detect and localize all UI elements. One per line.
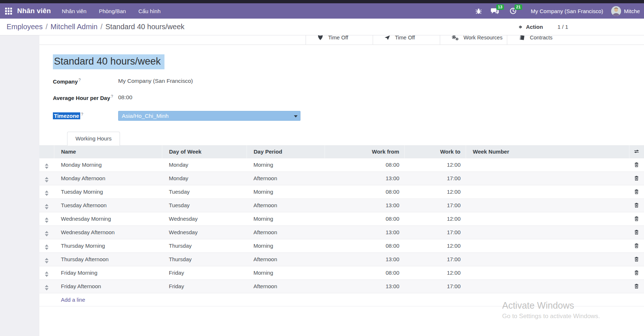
cell-work-to[interactable]: 12:00: [404, 158, 466, 171]
cell-name[interactable]: Thursday Afternoon: [54, 252, 162, 266]
drag-handle[interactable]: [39, 266, 54, 279]
cell-work-to[interactable]: 17:00: [404, 225, 466, 239]
cell-day-of-week[interactable]: Tuesday: [162, 198, 247, 212]
timezone-select[interactable]: Asia/Ho_Chi_Minh: [118, 111, 300, 121]
delete-row-icon[interactable]: [629, 266, 644, 279]
delete-row-icon[interactable]: [629, 252, 644, 266]
cell-week-number[interactable]: [466, 266, 629, 279]
stat-button-time-off-2[interactable]: Time Off: [373, 35, 440, 45]
cell-name[interactable]: Tuesday Afternoon: [54, 198, 162, 212]
menu-item-employees[interactable]: Nhân viên: [62, 8, 87, 14]
cell-name[interactable]: Monday Afternoon: [54, 171, 162, 185]
cell-day-period[interactable]: Morning: [247, 266, 325, 279]
cell-work-to[interactable]: 17:00: [404, 252, 466, 266]
delete-row-icon[interactable]: [629, 158, 644, 171]
cell-day-of-week[interactable]: Monday: [162, 171, 247, 185]
cell-week-number[interactable]: [466, 279, 629, 293]
cell-work-from[interactable]: 13:00: [325, 171, 404, 185]
cell-week-number[interactable]: [466, 225, 629, 239]
cell-day-period[interactable]: Afternoon: [247, 279, 325, 293]
schedule-title-input[interactable]: Standard 40 hours/week: [53, 54, 164, 69]
cell-day-of-week[interactable]: Thursday: [162, 239, 247, 252]
stat-button-contracts[interactable]: Contracts: [507, 35, 574, 45]
cell-day-period[interactable]: Morning: [247, 239, 325, 252]
stat-button-work-resources[interactable]: Work Resources: [440, 35, 507, 45]
cell-work-from[interactable]: 08:00: [325, 158, 404, 171]
delete-row-icon[interactable]: [629, 198, 644, 212]
cell-day-period[interactable]: Afternoon: [247, 225, 325, 239]
drag-handle[interactable]: [39, 239, 54, 252]
cell-work-to[interactable]: 17:00: [404, 198, 466, 212]
cell-day-of-week[interactable]: Monday: [162, 158, 247, 171]
column-header-work-from[interactable]: Work from: [325, 145, 404, 158]
cell-day-period[interactable]: Morning: [247, 185, 325, 198]
breadcrumb-mitchell-admin[interactable]: Mitchell Admin: [51, 23, 98, 31]
cell-name[interactable]: Tuesday Morning: [54, 185, 162, 198]
user-menu[interactable]: Mitchell Admin: [611, 6, 640, 16]
add-a-line-link[interactable]: Add a line: [61, 297, 85, 303]
cell-day-period[interactable]: Afternoon: [247, 171, 325, 185]
drag-handle[interactable]: [39, 212, 54, 225]
cell-week-number[interactable]: [466, 198, 629, 212]
cell-week-number[interactable]: [466, 185, 629, 198]
cell-week-number[interactable]: [466, 239, 629, 252]
cell-name[interactable]: Wednesday Morning: [54, 212, 162, 225]
delete-row-icon[interactable]: [629, 212, 644, 225]
cell-work-to[interactable]: 17:00: [404, 171, 466, 185]
cell-work-from[interactable]: 08:00: [325, 212, 404, 225]
cell-day-of-week[interactable]: Wednesday: [162, 212, 247, 225]
cell-name[interactable]: Friday Morning: [54, 266, 162, 279]
cell-week-number[interactable]: [466, 252, 629, 266]
cell-week-number[interactable]: [466, 212, 629, 225]
column-header-day-of-week[interactable]: Day of Week: [162, 145, 247, 158]
cell-day-of-week[interactable]: Thursday: [162, 252, 247, 266]
delete-row-icon[interactable]: [629, 171, 644, 185]
record-pager[interactable]: 1 / 1: [558, 24, 568, 30]
apps-menu-icon[interactable]: [5, 8, 12, 15]
cell-week-number[interactable]: [466, 171, 629, 185]
column-header-name[interactable]: Name: [54, 145, 162, 158]
cell-day-period[interactable]: Morning: [247, 212, 325, 225]
cell-day-of-week[interactable]: Wednesday: [162, 225, 247, 239]
company-value[interactable]: My Company (San Francisco): [118, 77, 193, 84]
cell-work-from[interactable]: 13:00: [325, 198, 404, 212]
cell-work-from[interactable]: 08:00: [325, 266, 404, 279]
cell-work-to[interactable]: 12:00: [404, 266, 466, 279]
cell-name[interactable]: Thursday Morning: [54, 239, 162, 252]
bug-icon[interactable]: [475, 7, 483, 15]
chat-icon[interactable]: 13: [491, 7, 499, 15]
drag-handle[interactable]: [39, 225, 54, 239]
drag-handle[interactable]: [39, 279, 54, 293]
cell-work-from[interactable]: 13:00: [325, 279, 404, 293]
tab-working-hours[interactable]: Working Hours: [67, 132, 120, 146]
column-header-week-number[interactable]: Week Number: [466, 145, 629, 158]
cell-work-from[interactable]: 08:00: [325, 185, 404, 198]
company-switcher[interactable]: My Company (San Francisco): [531, 8, 603, 14]
delete-row-icon[interactable]: [629, 279, 644, 293]
cell-name[interactable]: Wednesday Afternoon: [54, 225, 162, 239]
cell-work-to[interactable]: 12:00: [404, 185, 466, 198]
delete-row-icon[interactable]: [629, 225, 644, 239]
cell-day-period[interactable]: Morning: [247, 158, 325, 171]
drag-handle[interactable]: [39, 158, 54, 171]
cell-name[interactable]: Monday Morning: [54, 158, 162, 171]
breadcrumb-employees[interactable]: Employees: [7, 23, 43, 31]
stat-button-time-off-1[interactable]: Time Off: [306, 35, 373, 45]
clock-icon[interactable]: 21: [509, 7, 517, 15]
delete-row-icon[interactable]: [629, 185, 644, 198]
cell-day-period[interactable]: Afternoon: [247, 198, 325, 212]
cell-work-to[interactable]: 17:00: [404, 279, 466, 293]
cell-work-to[interactable]: 12:00: [404, 239, 466, 252]
drag-handle[interactable]: [39, 252, 54, 266]
cell-work-from[interactable]: 13:00: [325, 225, 404, 239]
cell-week-number[interactable]: [466, 158, 629, 171]
average-hour-value[interactable]: 08:00: [118, 93, 132, 101]
drag-handle[interactable]: [39, 185, 54, 198]
delete-row-icon[interactable]: [629, 239, 644, 252]
cell-work-from[interactable]: 08:00: [325, 239, 404, 252]
menu-item-configuration[interactable]: Cấu hình: [138, 8, 160, 14]
cell-day-of-week[interactable]: Tuesday: [162, 185, 247, 198]
cell-work-from[interactable]: 13:00: [325, 252, 404, 266]
cell-day-of-week[interactable]: Friday: [162, 279, 247, 293]
drag-handle[interactable]: [39, 171, 54, 185]
